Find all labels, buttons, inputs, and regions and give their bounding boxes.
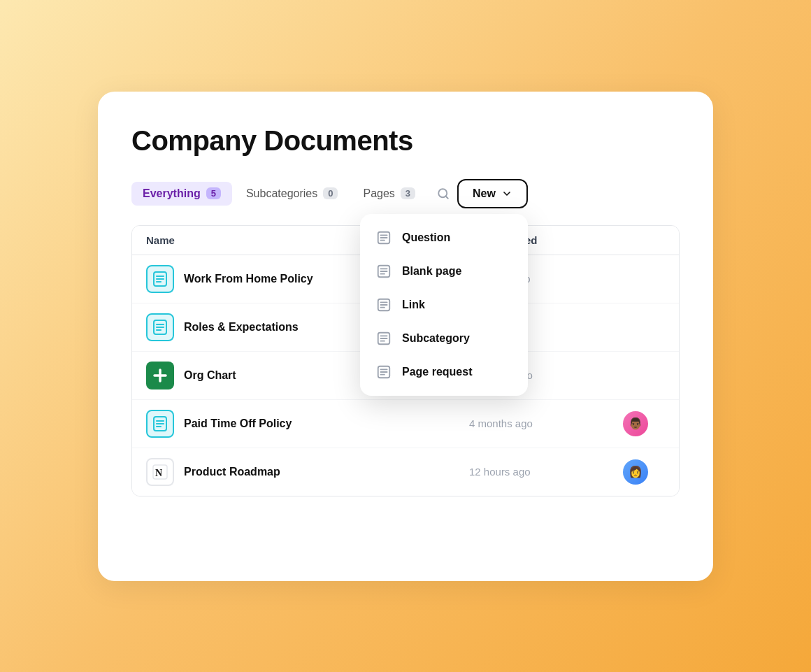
- dropdown-item-question[interactable]: Question: [360, 221, 528, 255]
- link-icon: [374, 295, 394, 315]
- page-title: Company Documents: [131, 125, 680, 157]
- dropdown-link-label: Link: [402, 299, 425, 311]
- doc-name: Paid Time Off Policy: [184, 417, 292, 430]
- main-card: Company Documents Everything 5 Subcatego…: [98, 92, 713, 581]
- svg-line-1: [446, 196, 448, 198]
- subcategory-icon: [374, 329, 394, 348]
- dropdown-item-blank-page[interactable]: Blank page: [360, 255, 528, 288]
- dropdown-blank-page-label: Blank page: [402, 265, 461, 278]
- blank-page-icon: [374, 262, 394, 281]
- doc-icon-teal: [146, 313, 174, 341]
- dropdown-item-page-request[interactable]: Page request: [360, 355, 528, 389]
- doc-name: Roles & Expectations: [184, 321, 299, 334]
- document-lines-icon: [152, 319, 168, 336]
- doc-name: Product Roadmap: [184, 466, 280, 478]
- doc-name: Org Chart: [184, 369, 236, 382]
- dropdown-question-label: Question: [402, 231, 450, 244]
- tab-subcategories-label: Subcategories: [246, 187, 317, 200]
- tab-pages-label: Pages: [363, 187, 394, 200]
- tab-subcategories-badge: 0: [323, 187, 338, 199]
- doc-name: Work From Home Policy: [184, 273, 313, 285]
- new-button-container: New Question: [457, 179, 528, 208]
- header-avatar: [623, 234, 665, 246]
- tab-everything-label: Everything: [143, 187, 201, 200]
- chevron-down-icon: [501, 188, 512, 199]
- doc-icon-green: [146, 362, 174, 389]
- dropdown-subcategory-label: Subcategory: [402, 332, 470, 345]
- document-lines-icon: [152, 271, 168, 287]
- tabs-row: Everything 5 Subcategories 0 Pages 3 New: [131, 179, 680, 208]
- search-icon: [437, 187, 450, 200]
- dropdown-page-request-label: Page request: [402, 366, 472, 378]
- tab-subcategories[interactable]: Subcategories 0: [235, 182, 350, 206]
- doc-modified: 12 hours ago: [469, 466, 623, 478]
- document-lines-icon: [152, 415, 168, 432]
- table-row[interactable]: N Product Roadmap 12 hours ago 👩: [132, 448, 679, 496]
- doc-avatar: 👨🏾: [623, 411, 648, 436]
- tab-everything[interactable]: Everything 5: [131, 182, 232, 206]
- plus-icon: [152, 367, 168, 384]
- new-dropdown: Question Blank page: [360, 214, 528, 396]
- new-button-label: New: [473, 187, 496, 200]
- doc-icon-notion: N: [146, 458, 174, 486]
- doc-avatar: 👩: [623, 459, 648, 485]
- new-button[interactable]: New: [457, 179, 528, 208]
- dropdown-item-subcategory[interactable]: Subcategory: [360, 322, 528, 355]
- question-icon: [374, 228, 394, 248]
- doc-icon-teal: [146, 410, 174, 438]
- svg-text:N: N: [155, 468, 162, 478]
- table-row[interactable]: Paid Time Off Policy 4 months ago 👨🏾: [132, 400, 679, 448]
- dropdown-item-link[interactable]: Link: [360, 288, 528, 322]
- doc-icon-teal: [146, 265, 174, 293]
- notion-icon: N: [152, 464, 168, 480]
- doc-modified: 4 months ago: [469, 417, 623, 429]
- doc-name-cell: N Product Roadmap: [146, 458, 469, 486]
- tab-pages-badge: 3: [401, 187, 415, 199]
- tab-everything-badge: 5: [206, 187, 221, 199]
- tab-pages[interactable]: Pages 3: [352, 182, 426, 206]
- search-button[interactable]: [432, 183, 454, 205]
- doc-name-cell: Paid Time Off Policy: [146, 410, 469, 438]
- page-request-icon: [374, 362, 394, 382]
